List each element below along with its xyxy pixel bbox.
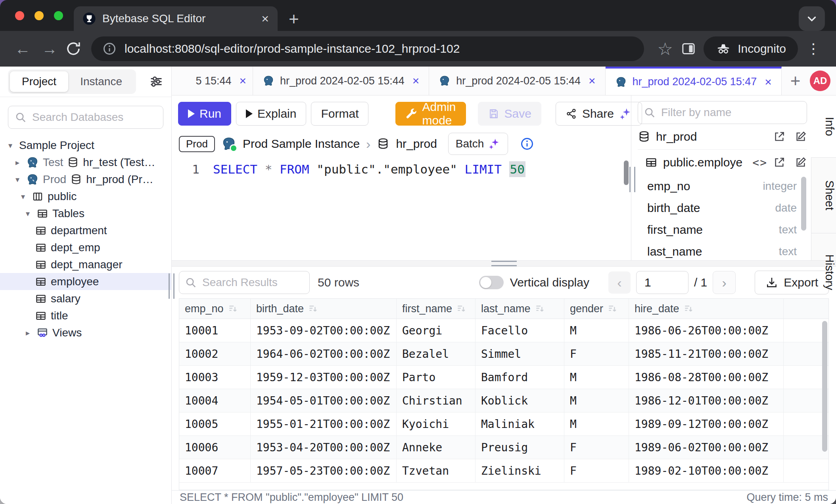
table-cell[interactable]: F xyxy=(564,436,629,459)
table-cell[interactable]: M xyxy=(564,412,629,435)
table-cell[interactable]: Anneke xyxy=(397,436,476,459)
browser-menu-button[interactable]: ⋮ xyxy=(802,40,825,57)
table-cell[interactable]: 10007 xyxy=(179,459,251,482)
table-cell[interactable]: Simmel xyxy=(476,342,564,365)
edit-icon[interactable] xyxy=(794,156,807,169)
close-sheet-icon[interactable]: × xyxy=(412,74,420,88)
table-cell[interactable]: 1964-06-02T00:00:00Z xyxy=(251,342,397,365)
table-cell[interactable]: 1986-08-28T00:00:00Z xyxy=(629,366,784,389)
table-cell[interactable]: Georgi xyxy=(397,319,476,342)
address-bar[interactable]: localhost:8080/sql-editor/prod-sample-in… xyxy=(91,36,644,61)
table-cell[interactable]: 10005 xyxy=(179,412,251,435)
table-cell[interactable]: Tzvetan xyxy=(397,459,476,482)
header-first_name[interactable]: first_name xyxy=(397,299,476,319)
table-row[interactable]: 10001 1953-09-02T00:00:00Z Georgi Facell… xyxy=(179,319,828,342)
header-last_name[interactable]: last_name xyxy=(476,299,564,319)
page-number-input[interactable] xyxy=(636,271,688,294)
table-cell[interactable]: Bamford xyxy=(476,366,564,389)
back-button[interactable]: ← xyxy=(11,40,34,58)
zoom-window-button[interactable] xyxy=(54,11,63,20)
new-sheet-button[interactable]: + xyxy=(782,67,809,95)
filter-by-name-input[interactable] xyxy=(660,106,801,119)
search-databases-input[interactable] xyxy=(31,111,157,124)
run-button[interactable]: Run xyxy=(178,102,231,126)
sort-icon[interactable] xyxy=(607,304,617,314)
tab-info[interactable]: Info xyxy=(811,95,836,158)
panel-table-row[interactable]: public.employe <> xyxy=(638,149,807,175)
table-cell[interactable]: Chirstian xyxy=(397,389,476,412)
table-cell[interactable]: 1989-09-12T00:00:00Z xyxy=(629,412,784,435)
minimize-window-button[interactable] xyxy=(35,11,44,20)
table-cell[interactable]: 10004 xyxy=(179,389,251,412)
admin-mode-button[interactable]: Admin mode xyxy=(395,102,466,126)
tree-item-views-group[interactable]: ▸ Views xyxy=(0,324,171,341)
table-cell[interactable]: 1959-12-03T00:00:00Z xyxy=(251,366,397,389)
sheet-tab-1[interactable]: hr_prod 2024-02-05 15:44 × xyxy=(253,67,429,95)
sheet-tab-active[interactable]: hr_prod 2024-02-05 15:47 × xyxy=(606,67,782,95)
close-tab-icon[interactable]: × xyxy=(261,12,269,25)
caret-down-icon[interactable]: ▾ xyxy=(13,175,22,184)
header-gender[interactable]: gender xyxy=(564,299,629,319)
table-cell[interactable]: 10006 xyxy=(179,436,251,459)
table-cell[interactable]: 1955-01-21T00:00:00Z xyxy=(251,412,397,435)
tree-item-salary[interactable]: salary xyxy=(0,290,171,307)
table-cell[interactable]: 1986-06-26T00:00:00Z xyxy=(629,319,784,342)
site-info-icon[interactable] xyxy=(102,42,117,56)
reload-button[interactable] xyxy=(65,40,82,57)
new-tab-button[interactable]: + xyxy=(289,10,299,28)
table-cell[interactable]: F xyxy=(564,459,629,482)
table-cell[interactable]: Bezalel xyxy=(397,342,476,365)
tree-item-dept_manager[interactable]: dept_manager xyxy=(0,256,171,273)
share-button[interactable]: Share xyxy=(556,102,642,126)
external-link-icon[interactable] xyxy=(773,130,786,143)
tree-item-title[interactable]: title xyxy=(0,307,171,324)
table-cell[interactable]: Preusig xyxy=(476,436,564,459)
tree-item-project[interactable]: ▾ Sample Project xyxy=(0,137,171,154)
schema-filter[interactable] xyxy=(638,101,807,124)
header-emp_no[interactable]: emp_no xyxy=(179,299,251,319)
table-cell[interactable]: 1953-04-20T00:00:00Z xyxy=(251,436,397,459)
sort-icon[interactable] xyxy=(456,304,466,314)
sheet-tab-2[interactable]: hr_prod 2024-02-05 15:44 × xyxy=(429,67,605,95)
table-cell[interactable]: Parto xyxy=(397,366,476,389)
caret-down-icon[interactable]: ▾ xyxy=(23,209,33,218)
sheet-tab-0[interactable]: 5 15:44 × xyxy=(172,67,253,95)
explain-button[interactable]: Explain xyxy=(236,102,306,126)
table-cell[interactable]: 1989-06-02T00:00:00Z xyxy=(629,436,784,459)
results-search[interactable] xyxy=(179,271,310,294)
table-cell[interactable]: 1986-12-01T00:00:00Z xyxy=(629,389,784,412)
close-window-button[interactable] xyxy=(15,11,24,20)
format-button[interactable]: Format xyxy=(311,102,368,126)
table-cell[interactable]: M xyxy=(564,389,629,412)
column-item[interactable]: emp_no integer xyxy=(638,175,807,197)
caret-down-icon[interactable]: ▾ xyxy=(18,192,28,201)
column-item[interactable]: birth_date date xyxy=(638,197,807,219)
table-cell[interactable]: 1985-11-21T00:00:00Z xyxy=(629,342,784,365)
forward-button[interactable]: → xyxy=(38,40,61,58)
sql-code-editor[interactable]: 1 SELECT * FROM "public"."employee" LIMI… xyxy=(172,157,631,260)
sort-icon[interactable] xyxy=(228,304,238,314)
database-name[interactable]: hr_prod xyxy=(396,137,437,151)
editor-scrollbar[interactable] xyxy=(624,160,629,185)
vertical-display-toggle[interactable] xyxy=(479,276,504,289)
tree-item-dept_emp[interactable]: dept_emp xyxy=(0,239,171,256)
instance-name[interactable]: Prod Sample Instance xyxy=(243,137,360,151)
table-cell[interactable]: M xyxy=(564,319,629,342)
sidebar-settings-icon[interactable] xyxy=(149,74,163,89)
sort-icon[interactable] xyxy=(308,304,318,314)
tree-item-hr_prod[interactable]: ▾ Prod hr_prod (Pr… xyxy=(0,171,171,188)
close-sheet-icon[interactable]: × xyxy=(765,75,772,89)
user-avatar[interactable]: AD xyxy=(810,71,830,91)
close-sheet-icon[interactable]: × xyxy=(239,74,246,88)
table-cell[interactable]: 10001 xyxy=(179,319,251,342)
table-row[interactable]: 10007 1957-05-23T00:00:00Z Tzvetan Zieli… xyxy=(179,459,828,483)
table-cell[interactable]: 1954-05-01T00:00:00Z xyxy=(251,389,397,412)
search-results-input[interactable] xyxy=(201,276,304,289)
caret-down-icon[interactable]: ▾ xyxy=(6,141,15,150)
panel-scrollbar[interactable] xyxy=(801,177,806,231)
table-cell[interactable]: 1953-09-02T00:00:00Z xyxy=(251,319,397,342)
table-cell[interactable]: Koblick xyxy=(476,389,564,412)
table-cell[interactable]: Maliniak xyxy=(476,412,564,435)
sidebar-resize-handle[interactable] xyxy=(169,273,174,299)
caret-right-icon[interactable]: ▸ xyxy=(23,328,33,338)
